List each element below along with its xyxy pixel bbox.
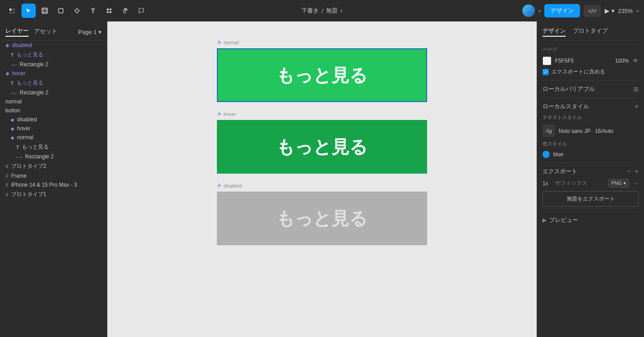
layer-item-l8[interactable]: button	[0, 106, 107, 115]
layer-type-icon: ◆	[11, 126, 14, 131]
local-vars-icon[interactable]: ⊞	[633, 85, 639, 93]
layer-name: プロトタイプ2	[11, 162, 47, 170]
layer-item-l13[interactable]: —Rectangle 2	[0, 152, 107, 161]
layer-item-l5[interactable]: Tもっと見る	[0, 78, 107, 88]
layer-type-icon: #	[5, 163, 8, 170]
export-minus-icon[interactable]: −	[627, 167, 631, 175]
export-checkbox-row: ✓ エクスポートに含める	[542, 68, 639, 76]
layer-type-icon: #	[5, 182, 8, 188]
filename-label[interactable]: 無題	[326, 7, 338, 15]
layer-item-l17[interactable]: #プロトタイプ1	[0, 189, 107, 200]
frame-disabled-label-text: disabled	[224, 183, 242, 188]
layer-name: disabled	[17, 116, 37, 123]
export-controls: − +	[627, 167, 639, 175]
preview-row[interactable]: ▶ プレビュー	[542, 216, 639, 224]
local-vars-row: ローカルバリアブル ⊞	[542, 85, 639, 93]
layer-type-icon: #	[5, 173, 8, 179]
visibility-icon[interactable]: 👁	[632, 57, 639, 64]
layer-name: もっと見る	[22, 143, 49, 151]
layer-name: normal	[17, 134, 34, 141]
svg-rect-12	[107, 11, 109, 13]
canvas[interactable]: ❖ normal もっと見る ❖ hover もっと見る ❖ disabled …	[107, 21, 537, 337]
layer-item-l6[interactable]: —Rectangle 2	[0, 88, 107, 97]
text-style-info: Noto sans JP · 16/Auto	[559, 127, 639, 135]
export-section: エクスポート − + 1x サフィックス PNG ▾ ··· 無題をエクスポート	[542, 167, 639, 207]
text-style-name[interactable]: Noto sans JP · 16/Auto	[559, 128, 614, 134]
button-hover[interactable]: もっと見る	[217, 120, 427, 174]
layer-name: normal	[5, 98, 22, 105]
page-color-swatch[interactable]	[542, 56, 551, 65]
color-style-name[interactable]: blue	[553, 151, 564, 158]
component-icon-normal: ❖	[217, 39, 222, 46]
export-scale[interactable]: 1x	[542, 180, 551, 187]
play-button[interactable]: ▶ ▾	[605, 7, 614, 14]
canvas-content: ❖ normal もっと見る ❖ hover もっと見る ❖ disabled …	[217, 48, 427, 245]
shape-tool-icon[interactable]	[54, 4, 68, 18]
layer-item-l1[interactable]: ◈disabled	[0, 41, 107, 50]
path-separator: /	[322, 8, 323, 14]
svg-rect-9	[59, 9, 63, 13]
layer-item-l11[interactable]: ◆normal	[0, 133, 107, 142]
layer-item-l10[interactable]: ◆hover	[0, 124, 107, 133]
section-page-title: ページ	[542, 46, 639, 53]
avatar-dropdown-icon[interactable]: ▾	[538, 9, 541, 13]
page-opacity[interactable]: 100%	[615, 58, 629, 64]
pen-tool-icon[interactable]	[70, 4, 84, 18]
export-more-icon[interactable]: ···	[633, 179, 639, 188]
comment-tool-icon[interactable]	[134, 4, 148, 18]
hand-tool-icon[interactable]	[118, 4, 132, 18]
share-button[interactable]: デザイン	[544, 4, 580, 17]
color-style-row: blue	[542, 151, 639, 158]
layer-item-l2[interactable]: Tもっと見る	[0, 50, 107, 60]
color-style-swatch	[542, 151, 550, 158]
code-button[interactable]: </>	[584, 5, 601, 17]
page-selector[interactable]: Page 1 ▾	[78, 29, 102, 35]
page-color-value[interactable]: F5F5F5	[555, 58, 611, 64]
export-row: 1x サフィックス PNG ▾ ···	[542, 179, 639, 188]
tab-layers[interactable]: レイヤー	[5, 27, 29, 37]
layer-name: もっと見る	[17, 79, 43, 87]
layer-name: hover	[17, 125, 30, 132]
export-plus-icon[interactable]: +	[635, 167, 639, 175]
export-checkbox[interactable]: ✓	[542, 69, 549, 75]
export-format[interactable]: PNG ▾	[608, 179, 629, 188]
export-button[interactable]: 無題をエクスポート	[542, 191, 639, 207]
layers-list: ◈disabledTもっと見る—Rectangle 2◈hoverTもっと見る—…	[0, 41, 107, 200]
main-menu-icon[interactable]	[5, 4, 20, 18]
layer-item-l4[interactable]: ◈hover	[0, 69, 107, 78]
layer-item-l7[interactable]: normal	[0, 97, 107, 106]
divider-3	[542, 162, 639, 163]
sidebar-tab-bar: レイヤー アセット Page 1 ▾	[0, 25, 107, 41]
tab-prototype[interactable]: プロトタイプ	[573, 27, 608, 37]
frame-normal: ❖ normal もっと見る	[217, 48, 427, 102]
text-tool-icon[interactable]: T	[86, 4, 100, 18]
divider-1	[542, 80, 639, 81]
frame-disabled-label: ❖ disabled	[217, 183, 242, 189]
components-icon[interactable]	[102, 4, 116, 18]
layer-item-l16[interactable]: #iPhone 14 & 15 Pro Max - 3	[0, 180, 107, 189]
frame-tool-icon[interactable]	[38, 4, 52, 18]
select-tool-icon[interactable]	[21, 4, 36, 18]
layer-item-l12[interactable]: Tもっと見る	[0, 142, 107, 152]
layer-type-icon: T	[16, 145, 19, 150]
svg-rect-10	[107, 9, 109, 10]
play-dropdown[interactable]: ▾	[611, 7, 614, 14]
layer-item-l9[interactable]: ◆disabled	[0, 115, 107, 124]
toolbar-right: ▾ デザイン </> ▶ ▾ 235% ▾	[522, 4, 639, 17]
file-title: 下書き / 無題 ▾	[301, 7, 343, 15]
tab-design[interactable]: デザイン	[542, 27, 566, 37]
local-styles-add-icon[interactable]: +	[635, 102, 639, 111]
layer-item-l15[interactable]: #Frame	[0, 171, 107, 180]
filename-dropdown-icon[interactable]: ▾	[340, 9, 343, 13]
export-suffix[interactable]: サフィックス	[555, 179, 605, 187]
zoom-dropdown-icon[interactable]: ▾	[636, 9, 639, 13]
layer-item-l3[interactable]: —Rectangle 2	[0, 60, 107, 69]
sidebar-left: レイヤー アセット Page 1 ▾ ◈disabledTもっと見る—Recta…	[0, 21, 107, 337]
svg-rect-11	[110, 9, 111, 10]
button-normal[interactable]: もっと見る	[217, 48, 427, 102]
layer-item-l14[interactable]: #プロトタイプ2	[0, 161, 107, 171]
tab-assets[interactable]: アセット	[34, 27, 57, 36]
layer-name: button	[5, 107, 20, 114]
export-header: エクスポート − +	[542, 167, 639, 175]
svg-rect-0	[9, 9, 12, 11]
